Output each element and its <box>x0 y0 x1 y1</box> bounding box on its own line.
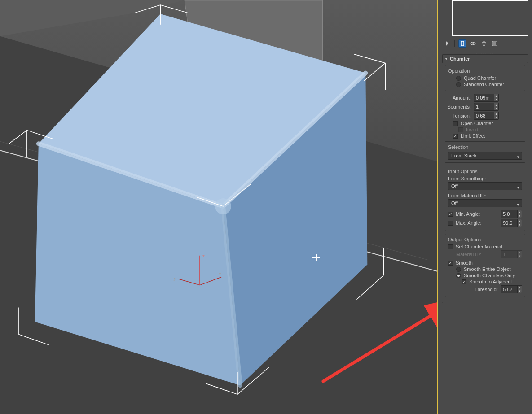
axis-y-label: y <box>173 276 176 281</box>
collapse-icon: ▾ <box>445 57 447 61</box>
pin-icon[interactable] <box>443 39 451 48</box>
from-smoothing-dropdown[interactable]: Off ▼ <box>448 182 522 190</box>
preview-thumbnail[interactable] <box>452 0 528 36</box>
max-angle-spinner[interactable]: 90.0 ▲▼ <box>501 219 522 227</box>
rollout-title: Chamfer <box>450 56 470 61</box>
smooth-chamfers-radio[interactable] <box>456 273 461 278</box>
max-angle-check[interactable] <box>448 221 453 226</box>
command-panel: ········ ▾ Chamfer ≡ Operation Quad Cham… <box>438 0 532 414</box>
invert-check <box>458 127 463 132</box>
chevron-down-icon: ▼ <box>516 201 520 209</box>
chevron-down-icon: ▼ <box>516 184 520 192</box>
min-angle-spinner[interactable]: 5.0 ▲▼ <box>501 210 522 218</box>
invert-label: Invert <box>466 127 479 132</box>
modifier-toolbar <box>438 39 532 50</box>
max-angle-down[interactable]: ▼ <box>518 223 522 227</box>
amount-up[interactable]: ▲ <box>494 94 498 98</box>
segments-down[interactable]: ▼ <box>494 107 498 110</box>
set-chamfer-material-label: Set Chamfer Material <box>456 244 502 249</box>
configure-icon[interactable] <box>491 39 499 48</box>
smooth-entire-radio[interactable] <box>456 267 461 272</box>
open-chamfer-label: Open Chamfer <box>461 121 493 126</box>
input-options-title: Input Options <box>448 169 522 174</box>
open-chamfer-check[interactable] <box>453 121 458 126</box>
operation-title: Operation <box>448 68 522 74</box>
smooth-adjacent-label: Smooth to Adjacent <box>469 279 512 284</box>
segments-label: Segments: <box>445 104 471 109</box>
min-angle-check[interactable] <box>448 212 453 217</box>
chamfer-rollout: ▾ Chamfer ≡ Operation Quad Chamfer Stand… <box>442 54 528 303</box>
from-material-label: From Material ID: <box>448 193 522 198</box>
tension-down[interactable]: ▼ <box>494 116 498 119</box>
amount-spinner[interactable]: 0.09m ▲▼ <box>474 94 499 102</box>
smooth-chamfers-label: Smooth Chamfers Only <box>464 273 515 278</box>
amount-label: Amount: <box>445 95 471 100</box>
modifier-list-icon[interactable] <box>458 39 466 48</box>
threshold-label: Threshold: <box>456 287 498 292</box>
max-angle-value[interactable]: 90.0 <box>501 219 517 227</box>
threshold-value[interactable]: 58.2 <box>501 286 517 293</box>
amount-value[interactable]: 0.09m <box>474 94 494 101</box>
min-angle-down[interactable]: ▼ <box>518 214 522 218</box>
min-angle-label: Min. Angle: <box>456 211 498 217</box>
smooth-entire-label: Smooth Entire Object <box>464 266 511 272</box>
selection-dropdown[interactable]: From Stack ▼ <box>448 152 522 160</box>
segments-up[interactable]: ▲ <box>494 103 498 107</box>
min-angle-up[interactable]: ▲ <box>518 210 522 214</box>
tension-spinner[interactable]: 0.68 ▲▼ <box>474 112 499 120</box>
limit-effect-label: Limit Effect <box>461 133 485 139</box>
standard-chamfer-radio[interactable] <box>456 82 461 87</box>
selection-title: Selection <box>448 144 522 150</box>
from-smoothing-value: Off <box>451 183 457 189</box>
chevron-down-icon: ▼ <box>516 154 520 161</box>
amount-down[interactable]: ▼ <box>494 98 498 101</box>
smooth-check[interactable] <box>448 261 453 266</box>
show-end-result-icon[interactable] <box>469 39 477 48</box>
rollout-grip[interactable]: ≡ <box>522 56 525 61</box>
tension-value[interactable]: 0.68 <box>474 112 494 119</box>
tension-up[interactable]: ▲ <box>494 112 498 116</box>
input-options-group: Input Options From Smoothing: Off ▼ From… <box>445 166 525 231</box>
quad-chamfer-radio[interactable] <box>456 76 461 81</box>
quad-chamfer-label: Quad Chamfer <box>464 75 496 81</box>
toolbar-separator <box>454 40 455 47</box>
threshold-down[interactable]: ▼ <box>518 289 522 293</box>
from-material-dropdown[interactable]: Off ▼ <box>448 199 522 207</box>
axis-x-label: x <box>218 271 221 276</box>
output-options-group: Output Options Set Chamfer Material Mate… <box>445 234 525 297</box>
from-material-value: Off <box>451 200 457 206</box>
material-id-spinner: 1 ▲▼ <box>501 250 522 258</box>
viewport-3d[interactable]: z x y <box>0 0 438 414</box>
threshold-up[interactable]: ▲ <box>518 286 522 289</box>
from-smoothing-label: From Smoothing: <box>448 176 522 181</box>
svg-rect-13 <box>461 41 464 46</box>
material-id-label: Material ID: <box>456 252 498 257</box>
material-id-value: 1 <box>501 251 517 258</box>
selection-value: From Stack <box>451 153 476 158</box>
smooth-label: Smooth <box>456 260 473 266</box>
standard-chamfer-label: Standard Chamfer <box>464 82 504 87</box>
segments-value[interactable]: 1 <box>474 103 494 110</box>
axis-z-label: z <box>202 253 205 258</box>
panel-resize-grip[interactable]: ········ <box>438 50 532 53</box>
tension-label: Tension: <box>445 113 471 118</box>
set-chamfer-material-check[interactable] <box>448 244 453 249</box>
chamfer-rollout-header[interactable]: ▾ Chamfer ≡ <box>442 54 528 63</box>
max-angle-up[interactable]: ▲ <box>518 219 522 223</box>
threshold-spinner[interactable]: 58.2 ▲▼ <box>501 285 522 293</box>
viewport-canvas: z x y <box>0 0 437 414</box>
operation-group: Operation Quad Chamfer Standard Chamfer <box>445 65 525 91</box>
limit-effect-check[interactable] <box>453 134 458 139</box>
output-options-title: Output Options <box>448 237 522 242</box>
svg-point-15 <box>473 42 475 45</box>
max-angle-label: Max. Angle: <box>456 220 498 226</box>
delete-icon[interactable] <box>480 39 488 48</box>
selection-group: Selection From Stack ▼ <box>445 141 525 163</box>
min-angle-value[interactable]: 5.0 <box>501 210 517 218</box>
smooth-adjacent-check[interactable] <box>462 279 466 284</box>
segments-spinner[interactable]: 1 ▲▼ <box>474 103 499 111</box>
